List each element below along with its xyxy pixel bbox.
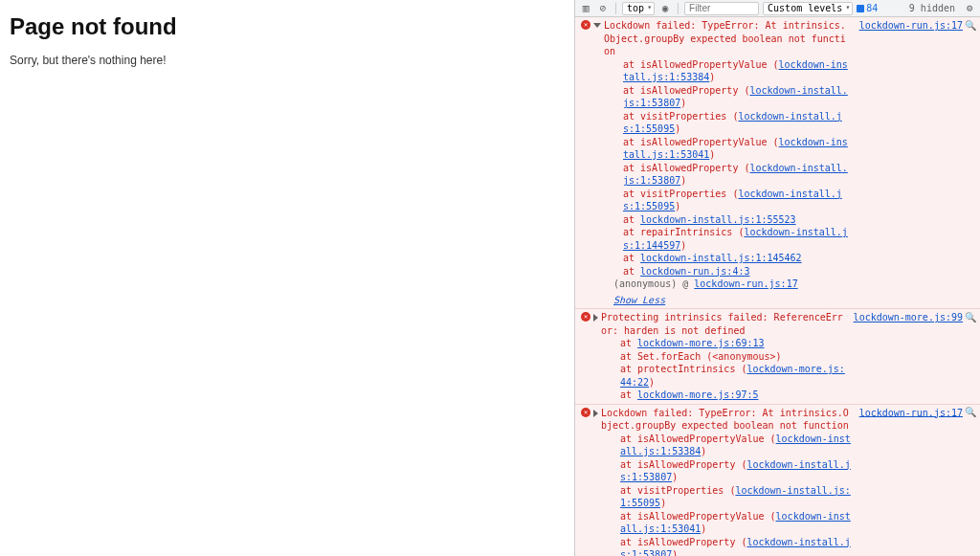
- source-link[interactable]: lockdown-more.js:97:5: [637, 389, 758, 400]
- source-link[interactable]: lockdown-install.js:1:53807: [623, 85, 848, 109]
- source-link[interactable]: lockdown-install.js:1:53807: [623, 163, 848, 187]
- source-link[interactable]: lockdown-run.js:4:3: [640, 266, 749, 277]
- source-link[interactable]: lockdown-install.js:1:53041: [623, 137, 848, 161]
- separator: [615, 3, 616, 14]
- error-icon: ✕: [581, 408, 590, 417]
- levels-selector[interactable]: Custom levels: [763, 2, 853, 15]
- console-log[interactable]: ✕Lockdown failed: TypeError: At intrinsi…: [575, 17, 980, 556]
- source-link[interactable]: lockdown-install.js:1:53807: [620, 537, 851, 557]
- stack-frame: at visitProperties (lockdown-install.js:…: [604, 110, 852, 136]
- entry-source: lockdown-run.js:17🔍: [852, 407, 976, 557]
- error-message: Lockdown failed: TypeError: At intrinsic…: [601, 407, 852, 557]
- stack-frame: at isAllowedPropertyValue (lockdown-inst…: [604, 58, 852, 84]
- page-body: Sorry, but there's nothing here!: [10, 54, 565, 67]
- levels-label: Custom levels: [768, 3, 842, 13]
- disclosure-triangle[interactable]: [593, 314, 598, 322]
- entry-source: lockdown-more.js:99🔍: [846, 311, 976, 402]
- source-link[interactable]: lockdown-install.js:1:53807: [620, 459, 851, 483]
- issue-box-icon: [857, 5, 864, 12]
- source-link[interactable]: lockdown-install.js:1:53384: [623, 59, 848, 83]
- stack-frame: at visitProperties (lockdown-install.js:…: [601, 484, 852, 510]
- stack-frame: at isAllowedProperty (lockdown-install.j…: [604, 84, 852, 110]
- filter-input[interactable]: [684, 2, 759, 15]
- reveal-icon[interactable]: 🔍: [965, 19, 976, 31]
- source-link[interactable]: lockdown-install.js:1:55523: [640, 214, 796, 225]
- reveal-icon[interactable]: 🔍: [965, 311, 976, 322]
- console-error-entry: ✕Protecting intrinsics failed: Reference…: [575, 308, 980, 404]
- show-less-link[interactable]: Show Less: [604, 294, 665, 307]
- stack-frame: at lockdown-install.js:1:55523: [604, 213, 852, 227]
- source-link[interactable]: lockdown-install.js:1:144597: [623, 227, 848, 251]
- error-message: Lockdown failed: TypeError: At intrinsic…: [604, 19, 852, 306]
- console-error-entry: ✕Lockdown failed: TypeError: At intrinsi…: [575, 404, 980, 557]
- gear-icon[interactable]: ⚙: [963, 2, 976, 15]
- source-link[interactable]: lockdown-install.js:1:53384: [620, 434, 851, 457]
- error-icon: ✕: [581, 20, 590, 30]
- source-link[interactable]: lockdown-run.js:17: [859, 20, 963, 31]
- source-link[interactable]: lockdown-more.js:44:22: [620, 364, 845, 388]
- source-link[interactable]: lockdown-run.js:17: [859, 407, 963, 417]
- separator: [678, 3, 679, 14]
- stack-frame: at protectIntrinsics (lockdown-more.js:4…: [601, 363, 846, 389]
- source-link[interactable]: lockdown-run.js:17: [694, 278, 797, 289]
- source-link[interactable]: lockdown-install.js:1:145462: [640, 253, 802, 263]
- stack-frame: at isAllowedProperty (lockdown-install.j…: [601, 458, 852, 484]
- stack-frame: at lockdown-more.js:97:5: [601, 389, 846, 402]
- error-message: Protecting intrinsics failed: ReferenceE…: [601, 311, 846, 402]
- issue-count-label: 84: [866, 3, 878, 13]
- entry-source: lockdown-run.js:17🔍: [852, 19, 976, 306]
- stack-frame: at Set.forEach (<anonymous>): [601, 350, 846, 364]
- stack-frame: at lockdown-more.js:69:13: [601, 337, 846, 350]
- disclosure-triangle[interactable]: [593, 23, 601, 28]
- source-link[interactable]: lockdown-more.js:99: [854, 312, 963, 322]
- context-label: top: [627, 3, 644, 13]
- stack-frame: at isAllowedPropertyValue (lockdown-inst…: [604, 136, 852, 162]
- stack-frame: at repairIntrinsics (lockdown-install.js…: [604, 226, 852, 252]
- console-toolbar: ▥ ⊘ top ◉ Custom levels 84 9 hidden ⚙: [575, 0, 980, 17]
- stack-frame: at isAllowedPropertyValue (lockdown-inst…: [601, 433, 852, 458]
- hidden-count[interactable]: 9 hidden: [909, 3, 955, 13]
- source-link[interactable]: lockdown-more.js:69:13: [637, 338, 764, 348]
- source-link[interactable]: lockdown-install.js:1:53041: [620, 511, 851, 535]
- stack-frame: at lockdown-run.js:4:3: [604, 265, 852, 278]
- disclosure-triangle[interactable]: [593, 410, 598, 417]
- reveal-icon[interactable]: 🔍: [965, 407, 976, 418]
- source-link[interactable]: lockdown-install.js:1:55095: [623, 111, 842, 135]
- context-selector[interactable]: top: [622, 2, 655, 15]
- source-link[interactable]: lockdown-install.js:1:55095: [623, 189, 842, 212]
- stack-frame: at visitProperties (lockdown-install.js:…: [604, 188, 852, 213]
- stack-frame: at isAllowedPropertyValue (lockdown-inst…: [601, 510, 852, 536]
- sidebar-toggle-icon[interactable]: ▥: [579, 2, 592, 15]
- console-error-entry: ✕Lockdown failed: TypeError: At intrinsi…: [575, 17, 980, 308]
- eye-icon[interactable]: ◉: [658, 2, 672, 15]
- issues-count[interactable]: 84: [857, 3, 878, 13]
- devtools-panel: ▥ ⊘ top ◉ Custom levels 84 9 hidden ⚙ ✕L…: [574, 0, 980, 556]
- stack-frame: at isAllowedProperty (lockdown-install.j…: [604, 162, 852, 188]
- error-icon: ✕: [581, 312, 590, 322]
- source-link[interactable]: lockdown-install.js:1:55095: [620, 485, 851, 509]
- stack-frame: at lockdown-install.js:1:145462: [604, 252, 852, 265]
- anonymous-frame: (anonymous) @ lockdown-run.js:17: [604, 278, 852, 291]
- stack-frame: at isAllowedProperty (lockdown-install.j…: [601, 536, 852, 557]
- page-title: Page not found: [10, 13, 565, 40]
- clear-console-icon[interactable]: ⊘: [596, 2, 610, 15]
- page-content: Page not found Sorry, but there's nothin…: [0, 0, 574, 556]
